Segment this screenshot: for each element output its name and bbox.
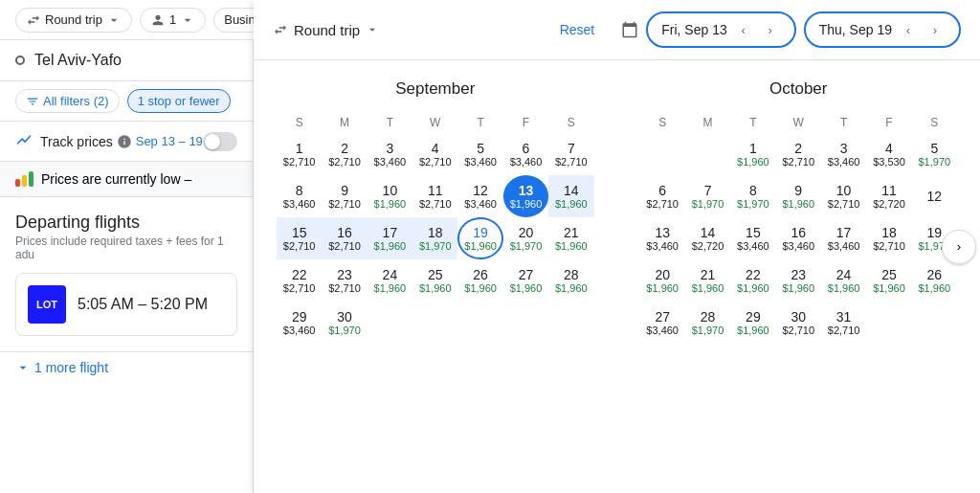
calendar-day[interactable]: 18$2,710 [866,217,911,259]
day-header: T [368,112,412,133]
reset-button[interactable]: Reset [560,22,595,37]
day-number: 27 [655,309,670,325]
day-price: $3,530 [873,156,905,168]
return-date-pill[interactable]: Thu, Sep 19 ‹ › [804,11,961,48]
calendar-day[interactable]: 25$1,960 [866,259,911,302]
flight-card[interactable]: LOT 5:05 AM – 5:20 PM [15,273,237,336]
day-price: $1,970 [328,325,361,336]
calendar-day[interactable]: 23$1,960 [776,259,821,302]
day-number: 14 [701,225,716,240]
calendar-day[interactable]: 30$2,710 [776,302,821,344]
price-bars-icon [15,171,33,187]
day-price: $3,460 [828,156,860,168]
stop-filter-button[interactable]: 1 stop or fewer [127,89,231,113]
calendar-day[interactable]: 11$2,710 [412,175,457,217]
calendar-day[interactable]: 24$1,960 [368,259,412,302]
calendar-day[interactable]: 17$1,960 [368,217,412,259]
day-price: $2,710 [419,156,452,168]
all-filters-button[interactable]: All filters (2) [15,89,120,113]
calendar-day[interactable]: 19$1,960 [457,217,502,259]
calendar-day[interactable]: 28$1,960 [548,259,593,302]
origin-text: Tel Aviv-Yafo [34,52,122,69]
calendar-day[interactable]: 7$1,970 [685,175,730,217]
calendar-day[interactable]: 15$2,710 [277,217,322,259]
return-prev-btn[interactable]: ‹ [898,19,919,40]
depart-prev-btn[interactable]: ‹ [733,19,754,40]
calendar-day[interactable]: 16$3,460 [776,217,821,259]
calendar-day[interactable]: 6$2,710 [640,175,685,217]
day-header: T [821,112,866,133]
calendar-day[interactable]: 24$1,960 [821,259,866,302]
calendar-day[interactable]: 27$1,960 [503,259,548,302]
calendar-day[interactable]: 14$1,960 [548,175,593,217]
calendar-day[interactable]: 15$3,460 [730,217,775,259]
origin-row[interactable]: Tel Aviv-Yafo [0,40,253,81]
day-number: 24 [836,267,852,282]
calendar-day[interactable]: 31$2,710 [821,302,866,344]
day-number: 18 [428,225,443,240]
track-prices-label: Track prices [40,134,113,149]
calendar-day[interactable]: 6$3,460 [503,133,548,175]
day-price: $2,710 [328,282,361,294]
calendar-day[interactable]: 22$2,710 [277,259,322,302]
calendar-day[interactable]: 2$2,710 [776,133,821,175]
calendar-day[interactable]: 5$1,970 [912,133,957,175]
calendar-day[interactable]: 20$1,960 [640,259,685,302]
calendar-day[interactable]: 12 [912,175,957,217]
depart-date-pill[interactable]: Fri, Sep 13 ‹ › [646,11,795,48]
passengers-button[interactable]: 1 [140,8,206,33]
calendar-day[interactable]: 23$2,710 [322,259,367,302]
calendar-day[interactable]: 13$3,460 [640,217,685,259]
calendar-trip-type[interactable]: Round trip [273,22,379,38]
calendar-day[interactable]: 1$2,710 [277,133,322,175]
calendar-day[interactable]: 3$3,460 [821,133,866,175]
calendar-day[interactable]: 12$3,460 [457,175,502,217]
return-next-btn[interactable]: › [924,19,946,40]
calendar-day[interactable]: 7$2,710 [548,133,593,175]
day-price: $2,710 [328,240,361,252]
calendar-day[interactable]: 16$2,710 [322,217,367,259]
day-number: 1 [296,141,303,156]
calendar-day[interactable]: 22$1,960 [730,259,775,302]
day-number: 21 [564,225,579,240]
calendar-day[interactable]: 30$1,970 [322,302,367,344]
calendar-day[interactable]: 2$2,710 [322,133,367,175]
track-prices-toggle[interactable] [203,132,237,151]
day-price: $1,960 [782,282,814,294]
day-price: $1,960 [737,282,769,294]
calendar-day[interactable]: 29$3,460 [277,302,322,344]
calendar-day[interactable]: 9$2,710 [322,175,367,217]
calendar-day[interactable]: 25$1,960 [412,259,457,302]
calendar-day[interactable]: 10$1,960 [368,175,412,217]
calendar-day[interactable]: 21$1,960 [548,217,593,259]
day-header: F [866,112,911,133]
trip-type-button[interactable]: Round trip [15,8,132,33]
calendar-day[interactable]: 29$1,960 [730,302,775,344]
calendar-day[interactable]: 18$1,970 [412,217,457,259]
calendar-day[interactable]: 20$1,970 [503,217,548,259]
calendar-day[interactable]: 13$1,960 [503,175,548,217]
calendar-day[interactable]: 21$1,960 [685,259,730,302]
calendar-day[interactable]: 10$2,710 [821,175,866,217]
calendar-day[interactable]: 14$2,720 [685,217,730,259]
calendar-day[interactable]: 4$3,530 [866,133,911,175]
calendar-day[interactable]: 26$1,960 [912,259,957,302]
more-flights-row[interactable]: 1 more flight [0,351,253,383]
departing-title: Departing flights [15,213,237,233]
calendar-day[interactable]: 8$3,460 [277,175,322,217]
calendar-day[interactable]: 9$1,960 [776,175,821,217]
depart-next-btn[interactable]: › [760,19,781,40]
calendar-day[interactable]: 8$1,970 [730,175,775,217]
calendar-day[interactable]: 5$3,460 [457,133,502,175]
calendar-day[interactable]: 17$3,460 [821,217,866,259]
calendar-day[interactable]: 1$1,960 [730,133,775,175]
calendar-next-month-btn[interactable]: › [942,230,976,264]
calendar-day[interactable]: 4$2,710 [412,133,457,175]
calendar-day[interactable]: 26$1,960 [457,259,502,302]
calendar-day[interactable]: 3$3,460 [368,133,412,175]
calendar-day[interactable]: 11$2,720 [866,175,911,217]
day-price: $3,460 [646,240,679,252]
calendar-day[interactable]: 27$3,460 [640,302,685,344]
calendar-day[interactable]: 28$1,970 [685,302,730,344]
day-price: $3,460 [828,240,860,252]
